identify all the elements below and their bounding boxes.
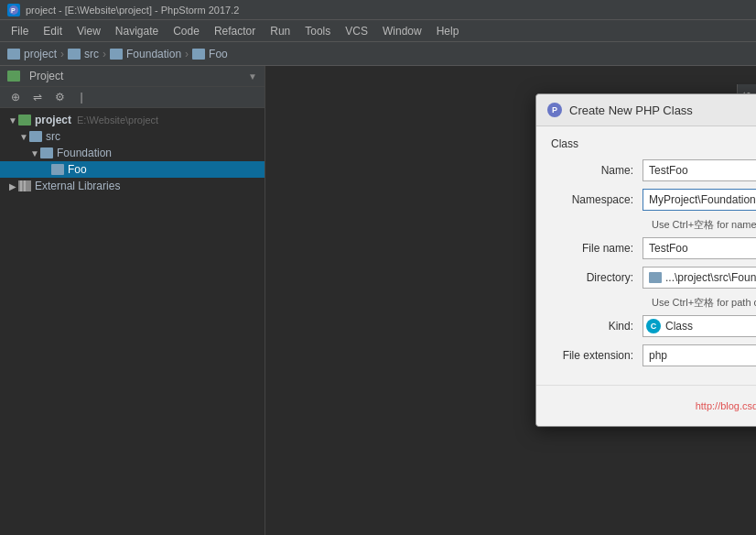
directory-value: ...\project\src\Foundation\Foo [665, 271, 756, 284]
menu-refactor[interactable]: Refactor [207, 23, 263, 39]
directory-label: Directory: [551, 271, 643, 284]
bc-foundation[interactable]: Foundation [110, 48, 181, 60]
main-layout: Project ▼ ⊕ ⇌ ⚙ | ▼ project E:\Website\p… [0, 66, 756, 535]
namespace-control: MyProject\Foundation ▼ [643, 189, 756, 211]
tree-label-foo: Foo [68, 163, 87, 176]
bc-foo-label: Foo [209, 48, 228, 60]
modal-footer: http://blog.csdn.net/zhouzme OK Cancel [536, 385, 756, 426]
project-folder-icon [18, 115, 31, 126]
toolbar-gear-btn[interactable]: ⚙ [51, 89, 68, 105]
name-input[interactable] [643, 159, 756, 181]
right-panel: Se Go Re Na P Create New PHP Class ✕ Cla… [265, 66, 756, 535]
tree-label-project: project [35, 114, 71, 126]
menu-edit[interactable]: Edit [36, 23, 70, 39]
filename-control: ↑ ↓ [643, 237, 756, 259]
directory-control: ...\project\src\Foundation\Foo ▼ … [643, 267, 756, 289]
section-label: Class [551, 137, 756, 150]
foo-folder-icon [51, 164, 64, 175]
menu-navigate[interactable]: Navigate [108, 23, 166, 39]
foo-folder-icon [192, 49, 205, 60]
foundation-folder-icon [110, 49, 123, 60]
tree-path-project: E:\Website\project [77, 115, 158, 126]
bc-foundation-label: Foundation [126, 48, 181, 60]
menu-bar: File Edit View Navigate Code Refactor Ru… [0, 20, 756, 42]
kind-label: Kind: [551, 320, 643, 333]
menu-window[interactable]: Window [375, 23, 429, 39]
bc-sep-2: › [103, 48, 106, 60]
breadcrumb: project › src › Foundation › Foo [0, 42, 756, 66]
sidebar-toolbar: ⊕ ⇌ ⚙ | [0, 87, 265, 108]
directory-field-row: Directory: ...\project\src\Foundation\Fo… [551, 267, 756, 289]
file-extension-field-row: File extension: php ▼ [551, 344, 756, 366]
watermark-text: http://blog.csdn.net/zhouzme [696, 400, 756, 411]
bc-src-label: src [84, 48, 99, 60]
ext-libs-icon [18, 180, 31, 191]
tree-item-ext-libs[interactable]: ▶ External Libraries [0, 178, 265, 194]
menu-code[interactable]: Code [166, 23, 207, 39]
title-text: project - [E:\Website\project] - PhpStor… [26, 5, 239, 16]
tree-label-ext-libs: External Libraries [35, 180, 120, 192]
toolbar-globe-btn[interactable]: ⊕ [7, 89, 24, 105]
toolbar-sync-btn[interactable]: ⇌ [29, 89, 46, 105]
toolbar-layout-btn[interactable]: | [73, 89, 90, 105]
foundation-folder-icon [40, 147, 53, 158]
tree-item-foundation[interactable]: ▼ Foundation [0, 145, 265, 161]
src-folder-icon [29, 131, 42, 142]
tree-arrow-foundation: ▼ [29, 148, 40, 158]
tree-arrow-ext: ▶ [7, 181, 18, 191]
create-php-class-dialog: P Create New PHP Class ✕ Class Name: ↑ ↓ [535, 93, 756, 427]
tree-item-foo[interactable]: Foo [0, 161, 265, 178]
php-class-icon: P [547, 103, 562, 117]
title-bar: P project - [E:\Website\project] - PhpSt… [0, 0, 756, 20]
name-field-row: Name: ↑ ↓ [551, 159, 756, 181]
kind-field-row: Kind: C Class Interface Trait Abstract C… [551, 315, 756, 337]
tree-item-src[interactable]: ▼ src [0, 128, 265, 145]
modal-title-bar: P Create New PHP Class ✕ [536, 94, 756, 126]
panel-title: Project [29, 70, 243, 82]
svg-text:P: P [11, 7, 16, 14]
file-extension-control: php ▼ [643, 344, 756, 366]
app-icon: P [7, 4, 20, 16]
bc-src[interactable]: src [68, 48, 99, 60]
tree-label-foundation: Foundation [57, 147, 112, 159]
modal-title: Create New PHP Class [569, 104, 756, 117]
panel-dropdown-icon[interactable]: ▼ [248, 71, 257, 82]
namespace-select[interactable]: MyProject\Foundation [643, 189, 756, 211]
tree-arrow-src: ▼ [18, 132, 29, 142]
bc-sep-1: › [60, 48, 64, 60]
menu-vcs[interactable]: VCS [338, 23, 375, 39]
project-folder-icon [7, 49, 20, 60]
directory-text-display[interactable]: ...\project\src\Foundation\Foo [643, 267, 756, 289]
menu-help[interactable]: Help [429, 23, 467, 39]
bc-foo[interactable]: Foo [192, 48, 228, 60]
directory-folder-icon [649, 272, 662, 283]
filename-input[interactable] [643, 237, 756, 259]
menu-run[interactable]: Run [263, 23, 297, 39]
menu-file[interactable]: File [4, 23, 36, 39]
name-control: ↑ ↓ [643, 159, 756, 181]
modal-body: Class Name: ↑ ↓ Namespace: [536, 126, 756, 385]
menu-tools[interactable]: Tools [297, 23, 338, 39]
tree-item-project[interactable]: ▼ project E:\Website\project [0, 112, 265, 128]
project-panel: Project ▼ ⊕ ⇌ ⚙ | ▼ project E:\Website\p… [0, 66, 265, 535]
bc-project[interactable]: project [7, 48, 57, 60]
kind-select-wrapper: C Class Interface Trait Abstract Class ▼ [643, 315, 756, 337]
namespace-field-row: Namespace: MyProject\Foundation ▼ [551, 189, 756, 211]
namespace-select-wrapper: MyProject\Foundation ▼ [643, 189, 756, 211]
src-folder-icon [68, 49, 81, 60]
kind-class-icon: C [646, 319, 661, 333]
menu-view[interactable]: View [70, 23, 108, 39]
sidebar-header: Project ▼ [0, 66, 265, 87]
tree-arrow-project: ▼ [7, 115, 18, 126]
bc-sep-3: › [185, 48, 189, 60]
project-module-icon [7, 71, 20, 82]
namespace-label: Namespace: [551, 193, 643, 206]
file-extension-label: File extension: [551, 349, 643, 362]
namespace-hint: Use Ctrl+空格 for namespace completion [652, 218, 756, 232]
file-extension-select[interactable]: php [643, 344, 756, 366]
file-extension-select-wrapper: php ▼ [643, 344, 756, 366]
project-tree: ▼ project E:\Website\project ▼ src ▼ Fou… [0, 108, 265, 535]
directory-hint: Use Ctrl+空格 for path completion [652, 296, 756, 310]
filename-label: File name: [551, 242, 643, 255]
bc-project-label: project [24, 48, 57, 60]
